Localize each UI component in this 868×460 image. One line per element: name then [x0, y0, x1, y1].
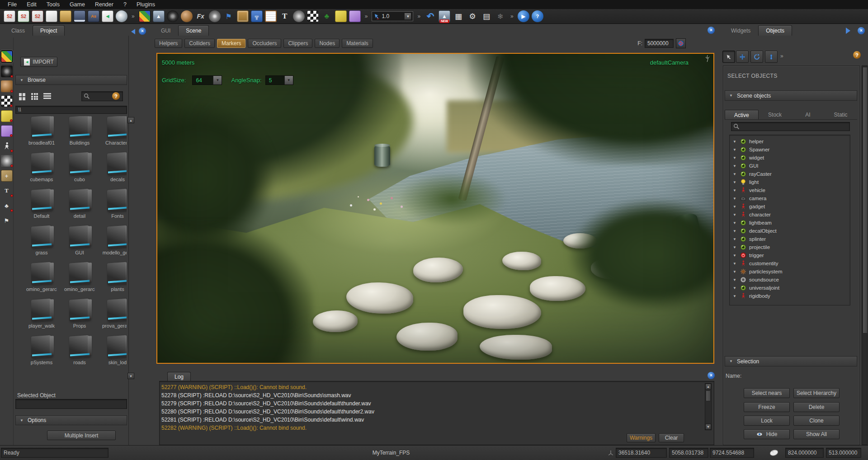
folder-psystems[interactable]: pSystems: [26, 336, 57, 366]
expander-icon[interactable]: ▼: [733, 245, 737, 249]
menu-item-game[interactable]: Game: [65, 0, 90, 9]
bonsai-icon[interactable]: ♣: [321, 10, 333, 22]
object-row-splinter[interactable]: ▼splinter: [730, 235, 850, 243]
mode-button-occluders[interactable]: Occluders: [248, 39, 281, 48]
text-tool-icon[interactable]: T: [1, 185, 13, 197]
object-row-universaljoint[interactable]: ▼universaljoint: [730, 284, 850, 292]
planet-icon[interactable]: [1, 80, 13, 92]
button-hide[interactable]: Hide: [744, 429, 790, 439]
expander-icon[interactable]: ▼: [733, 197, 737, 201]
object-row-light[interactable]: ▼light: [730, 178, 850, 186]
expander-icon[interactable]: ▼: [733, 294, 737, 298]
notepad-icon[interactable]: [265, 10, 277, 22]
rubik-cube-icon[interactable]: [1, 51, 13, 62]
more-tools-icon[interactable]: »: [780, 53, 783, 59]
folder-characters[interactable]: Characters: [102, 116, 127, 147]
object-row-lightbeam[interactable]: ▼lightbeam: [730, 219, 850, 227]
planet-icon[interactable]: [181, 10, 193, 22]
scroll-up-button[interactable]: ▲: [705, 384, 711, 390]
rotate-tool-button[interactable]: [750, 51, 763, 63]
pin-log-icon[interactable]: ×: [708, 372, 715, 379]
pin-viewport-icon[interactable]: ×: [708, 27, 715, 34]
rubik-cube-icon[interactable]: [139, 10, 151, 22]
new-file-icon[interactable]: [46, 10, 57, 22]
folder-omino-gerarch[interactable]: omino_gerarch: [26, 263, 57, 293]
folder-cubo[interactable]: cubo: [64, 153, 95, 183]
path-bar[interactable]: \\: [15, 106, 127, 114]
fx-icon[interactable]: Fx: [195, 10, 207, 22]
folder-prova-gerarch[interactable]: prova_gerarch: [102, 299, 127, 330]
s2-open-project-icon[interactable]: S2: [18, 10, 29, 22]
speaker-icon[interactable]: [1, 155, 13, 167]
note-yellow-icon[interactable]: [1, 110, 13, 122]
expander-icon[interactable]: ▼: [733, 262, 737, 266]
list-tab-ai[interactable]: AI: [792, 110, 825, 119]
import-button[interactable]: ◄ IMPORT: [20, 57, 57, 67]
bonsai-icon[interactable]: ♣: [1, 200, 13, 211]
camera-target-button[interactable]: [676, 38, 686, 48]
f-value-field[interactable]: [645, 39, 674, 48]
tab-scene[interactable]: Scene: [178, 25, 209, 36]
mode-button-materials[interactable]: Materials: [342, 39, 373, 48]
right-panel-scrollbar[interactable]: [862, 66, 868, 445]
expander-icon[interactable]: ▼: [733, 164, 737, 168]
save-as-icon[interactable]: As: [88, 10, 99, 22]
selection-header[interactable]: ▼ Selection: [725, 356, 857, 366]
menu-item-file[interactable]: File: [3, 0, 22, 9]
folder-grass[interactable]: grass: [26, 226, 57, 257]
s2-save-project-icon[interactable]: S2: [32, 10, 43, 22]
object-row-gui[interactable]: ▼GUI: [730, 162, 850, 170]
gridsize-select[interactable]: 64 ▼: [192, 75, 222, 85]
expander-icon[interactable]: ▼: [733, 237, 737, 241]
clear-log-button[interactable]: Clear: [659, 433, 684, 442]
mode-button-clippers[interactable]: Clippers: [283, 39, 312, 48]
expander-icon[interactable]: ▼: [733, 148, 737, 152]
folder-decals[interactable]: decals: [102, 153, 127, 183]
scroll-thumb[interactable]: [706, 390, 711, 401]
flag-icon[interactable]: ⚑: [223, 10, 235, 22]
expander-icon[interactable]: ▼: [733, 270, 737, 274]
browse-help-button[interactable]: ?: [112, 92, 120, 100]
dropdown-arrow-icon[interactable]: ▼: [213, 76, 222, 84]
hierarchy-icon[interactable]: ╦: [251, 10, 263, 22]
expander-icon[interactable]: ▼: [733, 205, 737, 209]
expander-icon[interactable]: ▼: [733, 140, 737, 144]
scene-objects-header[interactable]: ▼ Scene objects: [725, 90, 857, 101]
folder-fonts[interactable]: Fonts: [102, 189, 127, 220]
zoom-dropdown-arrow-icon[interactable]: ▼: [404, 13, 411, 20]
object-row-customentity[interactable]: ▼customentity: [730, 259, 850, 268]
menu-item-tools[interactable]: Tools: [42, 0, 65, 9]
move-tool-button[interactable]: [736, 51, 749, 63]
export-cd-icon[interactable]: [116, 10, 127, 22]
objects-search-box[interactable]: [731, 122, 850, 131]
expander-icon[interactable]: ▼: [733, 286, 737, 290]
pin-right-panel-icon[interactable]: ×: [858, 27, 865, 34]
button-clone[interactable]: Clone: [793, 416, 840, 426]
folder-roads[interactable]: roads: [64, 336, 95, 366]
button-freeze[interactable]: Freeze: [744, 402, 790, 412]
menu-item-plugins[interactable]: Plugins: [132, 0, 160, 9]
help-icon[interactable]: ?: [532, 10, 543, 22]
selected-object-field[interactable]: [15, 399, 127, 409]
expander-icon[interactable]: ▼: [733, 221, 737, 225]
prefab-add-icon[interactable]: +: [1, 170, 13, 182]
snowflake-icon[interactable]: ❄: [495, 10, 506, 22]
scale-tool-button[interactable]: [765, 51, 778, 63]
object-row-gadget[interactable]: ▼gadget: [730, 202, 850, 211]
object-row-widget[interactable]: ▼widget: [730, 154, 850, 162]
list-tab-active[interactable]: Active: [725, 110, 759, 119]
pattern-lines-icon[interactable]: ▤: [481, 10, 492, 22]
note-purple-icon[interactable]: [349, 10, 361, 22]
expander-icon[interactable]: ▼: [733, 180, 737, 184]
button-delete[interactable]: Delete: [793, 402, 840, 412]
button-lock[interactable]: Lock: [744, 416, 790, 426]
object-row-soundsource[interactable]: ▼soundsource: [730, 276, 850, 284]
tab-gui[interactable]: GUI: [153, 25, 178, 36]
scroll-down-button[interactable]: ▼: [705, 424, 711, 430]
folder-plants[interactable]: plants: [102, 263, 127, 293]
tab-objects[interactable]: Objects: [758, 25, 792, 36]
browse-section-header[interactable]: ▼ Browse: [15, 75, 127, 85]
small-icons-view-button[interactable]: [30, 92, 39, 101]
open-folder-icon[interactable]: [60, 10, 71, 22]
mode-button-helpers[interactable]: Helpers: [155, 39, 182, 48]
